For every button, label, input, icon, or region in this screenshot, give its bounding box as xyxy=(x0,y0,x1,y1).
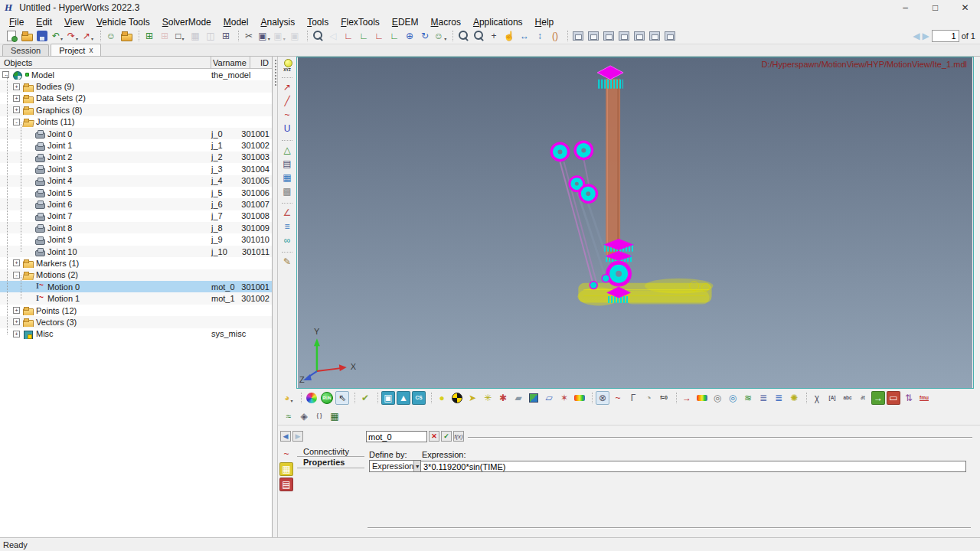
record-area-icon[interactable] xyxy=(663,29,677,43)
column-objects[interactable]: Objects xyxy=(0,57,211,68)
viewport-3d[interactable]: Y X Z D:/Hyperspawn/MotionView/HYP/Motio… xyxy=(296,57,974,389)
menu-tools[interactable]: Tools xyxy=(301,17,335,28)
save-view-icon[interactable] xyxy=(602,29,616,43)
color-wheel-icon[interactable] xyxy=(305,391,318,405)
open-session-icon[interactable]: ▾ xyxy=(20,29,34,43)
menu-analysis[interactable]: Analysis xyxy=(254,17,301,28)
close-button[interactable]: ✕ xyxy=(950,0,980,15)
tree-row-joint-9[interactable]: Joint 9j_9301010 xyxy=(0,233,272,245)
menu-view[interactable]: View xyxy=(58,17,90,28)
templex-icon[interactable]: χ xyxy=(810,391,824,405)
user-force-icon[interactable]: ✺ xyxy=(787,391,801,405)
presenter-icon-caret[interactable]: ▾ xyxy=(444,36,446,43)
next-page-icon[interactable]: ▶ xyxy=(922,31,929,41)
run-solver-icon[interactable]: RUN xyxy=(320,391,334,405)
vector-arrow-icon[interactable]: ➤ xyxy=(466,391,479,405)
import-cs-icon[interactable]: CS xyxy=(412,391,426,405)
tree-row-joint-5[interactable]: Joint 5j_5301006 xyxy=(0,187,272,198)
tree-expander[interactable]: + xyxy=(13,307,20,314)
tree-row-joint-10[interactable]: Joint 10j_10301011 xyxy=(0,246,272,257)
tree-row-model[interactable]: -Modelthe_model xyxy=(0,69,272,80)
origin-xyz-icon[interactable]: XYZ xyxy=(280,59,294,73)
menu-edem[interactable]: EDEM xyxy=(386,17,425,28)
tree-expander[interactable]: + xyxy=(13,83,20,90)
paste-icon-caret[interactable]: ▾ xyxy=(283,36,286,43)
user-profile-icon[interactable]: ☺ xyxy=(104,29,118,43)
open-session-icon-caret[interactable]: ▾ xyxy=(26,36,28,43)
copy-icon[interactable]: ▣▾ xyxy=(257,29,271,43)
column-varname[interactable]: Varname xyxy=(211,57,250,68)
single-window-icon[interactable]: □▾ xyxy=(173,29,187,43)
measure-icon[interactable]: ∠ xyxy=(280,206,294,220)
import-graphic-icon[interactable]: ▲ xyxy=(397,391,410,405)
tree-row-motion-1[interactable]: Motion 1mot_1301002 xyxy=(0,292,272,304)
spring-damper-icon[interactable]: ≋ xyxy=(741,391,755,405)
tree-row-misc[interactable]: +Miscsys_misc xyxy=(0,328,272,340)
expand-v-icon[interactable]: ↕ xyxy=(533,29,547,43)
column-id[interactable]: ID xyxy=(250,58,272,67)
export-ppt-icon-caret[interactable]: ▾ xyxy=(91,36,93,43)
menu-solvermode[interactable]: SolverMode xyxy=(156,17,217,28)
report-icon[interactable]: ◈ xyxy=(297,409,311,423)
view-xy-icon[interactable]: ∟ xyxy=(341,29,355,43)
menu-help[interactable]: Help xyxy=(529,17,560,28)
tree-expander[interactable]: + xyxy=(13,331,20,337)
tab-session[interactable]: Session xyxy=(2,44,49,56)
tree-row-joint-4[interactable]: Joint 4j_4301005 xyxy=(0,175,272,187)
save-session-icon[interactable]: ▾ xyxy=(35,29,49,43)
redo-icon-caret[interactable]: ▾ xyxy=(76,36,78,43)
solid-entity-icon[interactable] xyxy=(527,391,541,405)
actuator-icon[interactable]: Γ xyxy=(626,391,640,405)
menu-file[interactable]: File xyxy=(3,17,30,28)
tree-row-joint-7[interactable]: Joint 7j_7301008 xyxy=(0,210,272,222)
tree-row-bodies-9[interactable]: +Bodies (9) xyxy=(0,80,272,92)
entity-display-icon[interactable]: ◕▾ xyxy=(282,391,296,405)
tree-row-vectors-3[interactable]: +Vectors (3) xyxy=(0,316,272,328)
bushing-icon[interactable]: ◎ xyxy=(710,391,724,405)
tree-row-joint-6[interactable]: Joint 6j_6301007 xyxy=(0,198,272,210)
tree-expander[interactable]: - xyxy=(2,71,9,78)
tree-row-data-sets-2[interactable]: +Data Sets (2) xyxy=(0,93,272,104)
layer-stack-icon[interactable]: ≡ xyxy=(280,220,294,233)
page-number-input[interactable] xyxy=(932,30,959,42)
tree-expander[interactable]: - xyxy=(13,119,20,126)
menu-flextools[interactable]: FlexTools xyxy=(335,17,386,28)
undo-icon[interactable]: ↶▾ xyxy=(51,29,64,43)
copy-view-icon[interactable] xyxy=(586,29,600,43)
select-arrow-icon[interactable]: ⇖ xyxy=(335,391,349,405)
tree-row-joint-2[interactable]: Joint 2j_2301003 xyxy=(0,152,272,163)
chevron-down-icon[interactable]: ▼ xyxy=(413,461,420,471)
tree-expander[interactable]: - xyxy=(13,272,20,279)
redo-icon[interactable]: ↷▾ xyxy=(66,29,80,43)
point-entity-icon[interactable]: ● xyxy=(435,391,449,405)
coupler-icon[interactable]: ◔ xyxy=(642,391,655,405)
rotate-view-icon[interactable]: ↻ xyxy=(418,29,432,43)
entity-display-icon-caret[interactable]: ▾ xyxy=(291,398,293,405)
check-model-icon[interactable]: ✔ xyxy=(358,391,372,405)
view-glasses-icon[interactable]: ∞ xyxy=(280,233,294,247)
export-ppt-icon[interactable]: ↗▾ xyxy=(81,29,95,43)
record-window-icon[interactable] xyxy=(648,29,662,43)
fields-icon[interactable]: [A] xyxy=(825,391,839,405)
undo-icon-caret[interactable]: ▾ xyxy=(60,36,63,43)
model-canvas[interactable]: Y X Z xyxy=(297,57,973,388)
open-model-icon-caret[interactable]: ▾ xyxy=(126,36,128,43)
model-column[interactable] xyxy=(606,79,620,260)
tree-row-points-12[interactable]: +Points (12) xyxy=(0,305,272,316)
spin-view-icon[interactable]: () xyxy=(548,29,562,43)
prev-page-icon[interactable]: ◀ xyxy=(913,31,920,41)
table-icon[interactable]: ▦ xyxy=(328,409,341,423)
plate-stack-icon[interactable]: ≣ xyxy=(772,391,786,405)
single-window-icon-caret[interactable]: ▾ xyxy=(182,36,185,43)
snapshot-icon[interactable] xyxy=(571,29,585,43)
tree-expander[interactable]: + xyxy=(13,95,20,102)
copy-icon-caret[interactable]: ▾ xyxy=(268,36,270,43)
define-by-select[interactable]: Expression ▼ xyxy=(369,460,421,472)
tree-expander[interactable]: + xyxy=(13,318,20,325)
braces-icon[interactable]: { } xyxy=(312,409,326,423)
entity-capsule-icon[interactable]: ▭ xyxy=(887,391,900,405)
export-solver-icon[interactable]: → xyxy=(871,391,885,405)
body-stack-icon[interactable]: ▤ xyxy=(280,157,294,171)
new-session-icon-caret[interactable]: ▾ xyxy=(11,36,13,43)
line-entity-icon[interactable]: ╱ xyxy=(280,94,294,108)
